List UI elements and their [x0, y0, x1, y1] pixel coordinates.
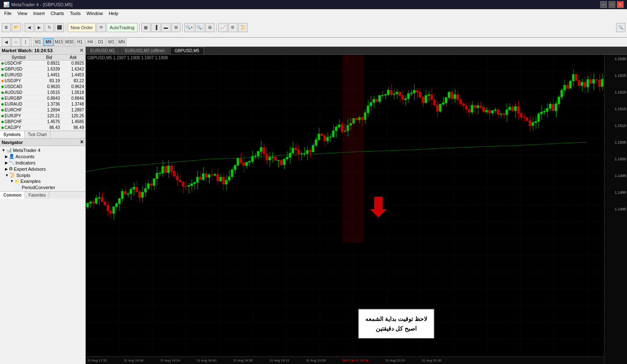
stop-button[interactable]: ⬛: [55, 23, 64, 32]
refresh-button[interactable]: ↻: [45, 23, 54, 32]
back-button[interactable]: ◀: [25, 23, 34, 32]
market-watch-row[interactable]: EURAUD1.37361.3748: [0, 101, 85, 107]
menu-file[interactable]: File: [2, 10, 14, 17]
zoom-out-button[interactable]: 🔍-: [195, 23, 204, 32]
nav-mt4-icon: 📊: [6, 147, 12, 153]
market-watch-row[interactable]: GBPCHF1.45751.4585: [0, 119, 85, 125]
market-watch-row[interactable]: EURJPY120.21120.25: [0, 113, 85, 119]
zoom-in-button[interactable]: 🔍+: [184, 23, 194, 32]
time-1856: 31 Aug 18:56: [233, 359, 253, 362]
menu-help[interactable]: Help: [106, 10, 121, 17]
market-watch-row[interactable]: USDCAD0.96200.9624: [0, 84, 85, 90]
svg-rect-173: [332, 131, 334, 137]
svg-rect-205: [379, 96, 381, 101]
chart-grid-button[interactable]: ⊞: [171, 23, 181, 32]
tf-m5[interactable]: M5: [43, 38, 54, 46]
new-order-button[interactable]: New Order: [68, 23, 96, 32]
chart-bar-button[interactable]: ▦: [141, 23, 150, 32]
market-watch-row[interactable]: EURCHF1.28941.2897: [0, 107, 85, 113]
navigator-close[interactable]: ✕: [80, 139, 84, 145]
tf-separator-icon[interactable]: |: [21, 38, 30, 47]
market-watch-header: Market Watch: 16:24:53 ✕: [0, 47, 85, 55]
toolbar-icon1[interactable]: ⟳: [97, 23, 106, 32]
chart-candle-button[interactable]: ▐: [151, 23, 161, 32]
tab-tick-chart[interactable]: Tick Chart: [25, 131, 51, 138]
close-button[interactable]: ✕: [617, 1, 624, 8]
svg-rect-267: [468, 109, 470, 112]
market-watch-close[interactable]: ✕: [79, 48, 84, 53]
market-watch-row[interactable]: USDJPY83.1983.22: [0, 78, 85, 84]
new-file-button[interactable]: 🗎: [2, 23, 11, 32]
nav-accounts[interactable]: ▶ 👤 Accounts: [0, 153, 85, 159]
minimize-button[interactable]: —: [600, 1, 607, 8]
tf-m30[interactable]: M30: [64, 38, 74, 46]
svg-rect-291: [503, 114, 505, 115]
menu-insert[interactable]: Insert: [31, 10, 47, 17]
svg-rect-143: [289, 153, 291, 157]
nav-indicators[interactable]: ▶ 📉 Indicators: [0, 159, 85, 166]
expand-icon-indicators: ▶: [5, 161, 8, 165]
open-file-button[interactable]: 📂: [12, 23, 21, 32]
menu-window[interactable]: Window: [84, 10, 105, 17]
svg-rect-315: [538, 114, 540, 121]
time-1824: 31 Aug 18:24: [160, 359, 180, 362]
expand-icon-scripts: ▼: [5, 173, 9, 177]
nav-examples-label: Examples: [20, 179, 41, 184]
tf-m1[interactable]: M1: [33, 38, 43, 46]
svg-rect-125: [263, 147, 265, 154]
menu-view[interactable]: View: [15, 10, 30, 17]
svg-rect-281: [488, 110, 490, 113]
maximize-button[interactable]: □: [609, 1, 615, 8]
chart-tab-eurusd-m2[interactable]: EURUSD,M2 (offline): [120, 47, 169, 54]
svg-rect-309: [529, 121, 531, 126]
tf-arrow-left[interactable]: ◀: [2, 38, 11, 47]
tf-mn[interactable]: MN: [117, 38, 127, 46]
nav-examples[interactable]: ▼ 📁 Examples: [0, 178, 85, 184]
svg-rect-21: [112, 207, 115, 214]
tab-common[interactable]: Common: [0, 192, 25, 199]
tf-line-icon[interactable]: ─: [11, 38, 20, 47]
chart-line-button[interactable]: ▬: [161, 23, 171, 32]
autotrading-button[interactable]: AutoTrading: [107, 23, 138, 32]
svg-rect-31: [127, 194, 129, 194]
svg-rect-227: [410, 93, 413, 94]
market-watch-row[interactable]: CADJPY86.4386.49: [0, 125, 85, 131]
nav-metatrader4[interactable]: ▼ 📊 MetaTrader 4: [0, 147, 85, 153]
annotation-line1: لاحظ توقيت بداية الشمعه: [365, 314, 427, 324]
tf-d1[interactable]: D1: [96, 38, 106, 46]
market-watch-table: Symbol Bid Ask USDCHF0.89210.8925GBPUSD1…: [0, 55, 85, 131]
nav-period-converter[interactable]: 📄 PeriodConverter: [0, 184, 85, 190]
menu-tools[interactable]: Tools: [67, 10, 83, 17]
svg-rect-299: [515, 106, 517, 111]
market-watch-row[interactable]: EURGBP0.88430.8846: [0, 96, 85, 101]
svg-rect-197: [367, 106, 369, 113]
svg-rect-333: [563, 85, 566, 90]
market-watch-row[interactable]: AUDUSD1.05151.0518: [0, 90, 85, 96]
forward-button[interactable]: ▶: [35, 23, 44, 32]
price-1495: 1.1495: [614, 174, 626, 178]
tf-m15[interactable]: M15: [54, 38, 64, 46]
nav-expert-advisors[interactable]: ▶ ⚙ Expert Advisors: [0, 166, 85, 172]
script-button[interactable]: 📜: [238, 23, 247, 32]
tab-favorites[interactable]: Favorites: [25, 192, 49, 199]
svg-rect-319: [543, 111, 545, 112]
tf-h1[interactable]: H1: [75, 38, 85, 46]
script-item-icon: 📄: [15, 185, 21, 190]
chart-tab-eurusd-m1[interactable]: EURUSD,M1: [86, 47, 120, 54]
expert-button[interactable]: ⚙: [228, 23, 237, 32]
svg-rect-123: [260, 147, 262, 152]
nav-scripts[interactable]: ▼ 📜 Scripts: [0, 172, 85, 178]
menu-charts[interactable]: Charts: [48, 10, 66, 17]
tf-w1[interactable]: W1: [106, 38, 116, 46]
indicator-button[interactable]: 📈: [218, 23, 227, 32]
chart-tab-gbpusd-m5[interactable]: GBPUSD,M5: [170, 47, 204, 54]
tf-h4[interactable]: H4: [85, 38, 95, 46]
market-watch-row[interactable]: EURUSD1.44511.4453: [0, 72, 85, 78]
tab-symbols[interactable]: Symbols: [0, 131, 25, 138]
market-watch-row[interactable]: GBPUSD1.63391.6342: [0, 66, 85, 72]
svg-rect-69: [182, 182, 184, 186]
market-watch-row[interactable]: USDCHF0.89210.8925: [0, 61, 85, 66]
search-button[interactable]: 🔍: [616, 23, 625, 32]
properties-button[interactable]: ⊞: [205, 23, 214, 32]
svg-rect-255: [451, 92, 453, 99]
